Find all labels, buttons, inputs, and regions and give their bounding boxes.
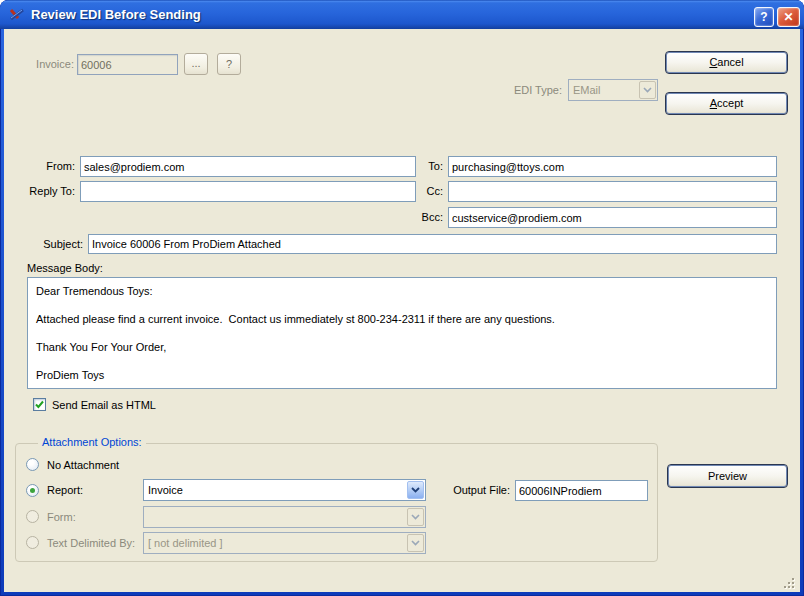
text-delimited-combobox: [ not delimited ] <box>143 532 426 554</box>
form-label: Form: <box>47 506 76 528</box>
to-label: To: <box>405 156 443 177</box>
report-value: Invoice <box>148 480 183 500</box>
reply-to-label: Reply To: <box>18 181 75 202</box>
text-delimited-label: Text Delimited By: <box>47 532 135 554</box>
message-body-textarea[interactable]: Dear Tremendous Toys: Attached please fi… <box>27 277 777 389</box>
titlebar: Review EDI Before Sending ? ✕ <box>0 0 804 29</box>
message-body-label: Message Body: <box>27 262 103 274</box>
accept-button[interactable]: Accept <box>665 92 788 115</box>
chevron-down-icon <box>407 508 424 526</box>
send-html-label: Send Email as HTML <box>52 399 156 411</box>
titlebar-help-button[interactable]: ? <box>754 7 774 27</box>
bcc-label: Bcc: <box>405 207 443 228</box>
bcc-input[interactable] <box>448 207 777 228</box>
form-radio <box>26 510 39 523</box>
radio-dot <box>30 488 35 493</box>
titlebar-close-button[interactable]: ✕ <box>777 7 800 27</box>
cc-input[interactable] <box>448 181 777 202</box>
from-input[interactable] <box>80 156 416 177</box>
cc-label: Cc: <box>405 181 443 202</box>
report-label: Report: <box>47 479 83 501</box>
from-label: From: <box>18 156 75 177</box>
invoice-input <box>77 54 178 75</box>
attachment-options-label: Attachment Options: <box>38 436 146 448</box>
subject-input[interactable] <box>88 234 777 254</box>
invoice-help-button[interactable]: ? <box>217 53 241 75</box>
subject-label: Subject: <box>18 234 83 254</box>
to-input[interactable] <box>448 156 777 177</box>
text-delimited-value: [ not delimited ] <box>148 533 223 553</box>
report-combobox[interactable]: Invoice <box>143 479 426 501</box>
reply-to-input[interactable] <box>80 181 416 202</box>
chevron-down-icon <box>639 81 656 99</box>
invoice-label: Invoice: <box>18 54 74 74</box>
preview-button[interactable]: Preview <box>667 464 788 488</box>
edi-type-combobox: EMail <box>568 79 658 101</box>
chevron-down-icon[interactable] <box>407 481 424 499</box>
resize-grip[interactable] <box>784 578 796 590</box>
chevron-down-icon <box>407 534 424 552</box>
edi-type-label: EDI Type: <box>498 79 562 101</box>
review-edi-dialog: Review EDI Before Sending ? ✕ Invoice: .… <box>0 0 804 596</box>
cancel-button[interactable]: Cancel <box>665 51 788 74</box>
output-file-label: Output File: <box>433 480 510 501</box>
no-attachment-label: No Attachment <box>47 459 119 471</box>
form-combobox <box>143 506 426 528</box>
send-html-checkbox[interactable] <box>33 398 46 411</box>
check-icon <box>34 399 45 410</box>
text-delimited-radio <box>26 536 39 549</box>
edi-type-value: EMail <box>573 80 601 100</box>
app-icon <box>8 6 25 23</box>
window-title: Review EDI Before Sending <box>31 0 201 29</box>
output-file-input[interactable] <box>515 480 648 501</box>
browse-button[interactable]: ... <box>184 53 208 75</box>
report-radio[interactable] <box>26 484 39 497</box>
no-attachment-radio[interactable] <box>26 458 39 471</box>
